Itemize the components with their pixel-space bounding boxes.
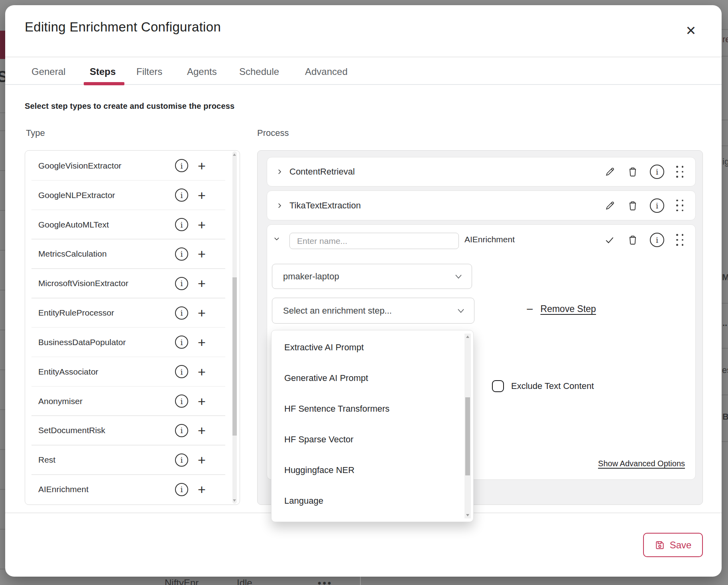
dropdown-option[interactable]: HF Sparse Vector: [272, 424, 473, 455]
delete-trash-icon[interactable]: [628, 200, 638, 211]
tab-advanced[interactable]: Advanced: [305, 66, 348, 77]
background-text-fragment: B: [722, 412, 728, 422]
tab-general[interactable]: General: [31, 66, 65, 77]
drag-handle-icon[interactable]: [676, 234, 683, 246]
scrollbar-thumb[interactable]: [232, 277, 237, 436]
edit-pencil-icon[interactable]: [604, 200, 616, 211]
header-divider: [5, 57, 722, 57]
dropdown-option[interactable]: HF Sentence Transformers: [272, 393, 473, 424]
info-icon[interactable]: i: [650, 198, 664, 213]
enrichment-select-placeholder: Select an enrichment step...: [283, 306, 392, 316]
background-row-line: [0, 489, 5, 490]
confirm-check-icon[interactable]: [604, 235, 616, 245]
dropdown-option[interactable]: Huggingface NER: [272, 455, 473, 485]
tab-steps[interactable]: Steps: [90, 66, 116, 77]
info-icon[interactable]: i: [175, 188, 188, 202]
tab-agents[interactable]: Agents: [187, 66, 217, 77]
info-icon[interactable]: i: [175, 159, 188, 172]
add-step-icon[interactable]: +: [195, 307, 209, 319]
collapse-chevron-down-icon[interactable]: [273, 235, 281, 243]
background-row-line: [722, 120, 728, 120]
scroll-down-icon[interactable]: [466, 514, 469, 516]
add-step-icon[interactable]: +: [195, 336, 209, 348]
dropdown-scrollbar[interactable]: [464, 334, 471, 518]
close-icon[interactable]: ✕: [682, 22, 700, 39]
save-button[interactable]: Save: [643, 533, 703, 557]
dropdown-option[interactable]: Language: [272, 485, 473, 516]
expand-chevron-right-icon[interactable]: [276, 202, 283, 209]
step-type-label: AIEnrichment: [464, 235, 515, 244]
edit-pencil-icon[interactable]: [604, 166, 616, 177]
info-icon[interactable]: i: [175, 336, 188, 349]
type-name: Rest: [38, 455, 55, 465]
type-list-item: MicrosoftVisionExtractor i +: [26, 269, 232, 298]
add-step-icon[interactable]: +: [195, 248, 209, 260]
type-list-item: Rest i +: [26, 445, 232, 475]
dropdown-option[interactable]: Extractive AI Prompt: [272, 332, 473, 363]
drag-handle-icon[interactable]: [676, 166, 683, 178]
info-icon[interactable]: i: [175, 306, 188, 320]
process-step-name: TikaTextExtraction: [289, 200, 361, 211]
edit-enrichment-dialog: Editing Enrichment Configuration ✕ Gener…: [5, 5, 722, 577]
type-name: MetricsCalculation: [38, 249, 107, 259]
info-icon[interactable]: i: [175, 247, 188, 261]
tab-filters[interactable]: Filters: [136, 66, 162, 77]
add-step-icon[interactable]: +: [195, 189, 209, 201]
type-list-item: GoogleVisionExtractor i +: [26, 151, 232, 181]
info-icon[interactable]: i: [175, 365, 188, 378]
add-step-icon[interactable]: +: [195, 424, 209, 436]
info-icon[interactable]: i: [650, 165, 664, 179]
info-icon[interactable]: i: [175, 218, 188, 231]
agent-select-value: pmaker-laptop: [283, 271, 339, 282]
remove-step-button[interactable]: − Remove Step: [526, 304, 596, 314]
type-name: MicrosoftVisionExtractor: [38, 279, 128, 288]
background-row-line: [722, 395, 728, 395]
process-step-card: TikaTextExtraction i: [267, 190, 696, 220]
dropdown-option[interactable]: Generative AI Prompt: [272, 363, 473, 393]
scroll-up-icon[interactable]: [466, 336, 469, 338]
process-column-label: Process: [257, 128, 289, 138]
background-row-line: [0, 569, 5, 569]
add-step-icon[interactable]: +: [195, 454, 209, 466]
background-row-line: [722, 441, 728, 442]
background-row-line: [0, 330, 5, 330]
background-config-name: NiftyEnr ...: [165, 577, 209, 585]
info-icon[interactable]: i: [175, 424, 188, 437]
add-step-icon[interactable]: +: [195, 395, 209, 407]
scroll-down-icon[interactable]: [233, 499, 236, 502]
type-list-scrollbar[interactable]: [232, 151, 237, 504]
agent-select[interactable]: pmaker-laptop: [272, 264, 472, 289]
add-step-icon[interactable]: +: [195, 160, 209, 172]
exclude-text-content-checkbox[interactable]: [492, 380, 504, 392]
step-name-input[interactable]: [289, 233, 459, 249]
process-step-card: ContentRetrieval i: [267, 157, 696, 186]
step-type-list: GoogleVisionExtractor i + GoogleNLPExtra…: [25, 150, 240, 505]
background-row-line: [0, 170, 5, 171]
dialog-title: Editing Enrichment Configuration: [25, 20, 221, 35]
info-icon[interactable]: i: [175, 277, 188, 290]
enrichment-step-select[interactable]: Select an enrichment step...: [272, 298, 474, 324]
background-menu-dots: •••: [318, 577, 333, 585]
add-step-icon[interactable]: +: [195, 483, 209, 495]
delete-trash-icon[interactable]: [628, 166, 638, 177]
show-advanced-options-link[interactable]: Show Advanced Options: [598, 459, 685, 468]
type-name: GoogleVisionExtractor: [38, 161, 122, 171]
add-step-icon[interactable]: +: [195, 277, 209, 289]
scrollbar-thumb[interactable]: [465, 397, 470, 475]
info-icon[interactable]: i: [175, 483, 188, 496]
background-row-line: [722, 56, 728, 57]
expand-chevron-right-icon[interactable]: [276, 168, 283, 175]
add-step-icon[interactable]: +: [195, 366, 209, 378]
info-icon[interactable]: i: [650, 233, 664, 247]
background-row-line: [0, 250, 5, 251]
delete-trash-icon[interactable]: [628, 234, 638, 245]
screen: S re ig M. .. es B NiftyEnr ... Idle •••…: [0, 0, 728, 585]
scroll-up-icon[interactable]: [233, 153, 236, 156]
info-icon[interactable]: i: [175, 453, 188, 467]
background-text-fragment: ..: [722, 318, 727, 328]
info-icon[interactable]: i: [175, 395, 188, 408]
add-step-icon[interactable]: +: [195, 219, 209, 231]
tab-schedule[interactable]: Schedule: [239, 66, 279, 77]
drag-handle-icon[interactable]: [676, 200, 683, 212]
background-row-line: [0, 210, 5, 211]
